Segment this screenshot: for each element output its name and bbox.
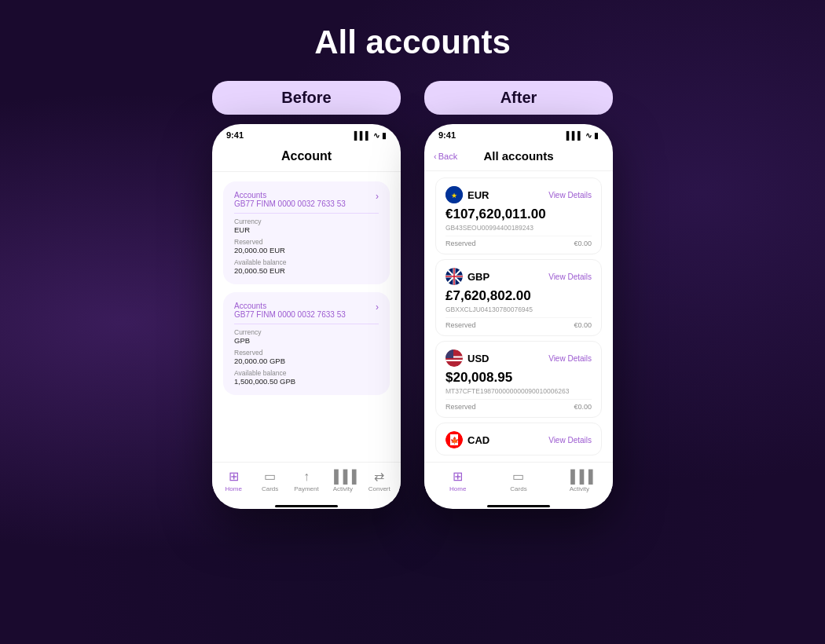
before-status-icons: ▌▌▌ ∿ ▮ bbox=[354, 131, 387, 140]
balance-label-2: Available balance bbox=[234, 369, 379, 377]
nav-activity-label: Activity bbox=[333, 485, 353, 492]
payment-icon: ↑ bbox=[303, 470, 310, 484]
nav-home-label: Home bbox=[226, 485, 242, 492]
after-bottom-nav: ⊞ Home ▭ Cards ▐▐▐ Activity bbox=[424, 462, 613, 502]
before-screen-header: Account bbox=[212, 143, 401, 172]
after-nav-activity[interactable]: ▐▐▐ Activity bbox=[565, 470, 593, 492]
gbp-amount: £7,620,802.00 bbox=[446, 288, 592, 304]
svg-text:★: ★ bbox=[451, 192, 457, 199]
usd-card: USD View Details $20,008.95 MT37CFTE1987… bbox=[435, 341, 602, 418]
after-screen-header: ‹ Back All accounts bbox=[424, 143, 613, 171]
eur-reserved-label: Reserved bbox=[446, 240, 476, 247]
account-card-1-header: Accounts GB77 FINM 0000 0032 7633 53 › bbox=[234, 191, 379, 214]
currency-value-2: GPB bbox=[234, 336, 379, 345]
nav-activity[interactable]: ▐▐▐ Activity bbox=[328, 470, 357, 492]
eur-amount: €107,620,011.00 bbox=[446, 207, 592, 222]
before-content: Accounts GB77 FINM 0000 0032 7633 53 › C… bbox=[212, 172, 401, 462]
usd-reserved-value: €0.00 bbox=[574, 403, 592, 411]
after-content: ★ EUR View Details €107,620,011.00 GB43S… bbox=[424, 171, 613, 462]
reserved-label-1: Reserved bbox=[234, 238, 379, 246]
nav-home[interactable]: ⊞ Home bbox=[219, 469, 248, 492]
activity-icon: ▐▐▐ bbox=[329, 470, 356, 484]
page-title: All accounts bbox=[314, 24, 511, 61]
eur-card-header: ★ EUR View Details bbox=[446, 186, 592, 203]
after-nav-cards[interactable]: ▭ Cards bbox=[504, 469, 533, 492]
after-nav-activity-label: Activity bbox=[570, 485, 589, 492]
balance-field-1: Available balance 20,000.50 EUR bbox=[234, 258, 379, 275]
after-nav-home-label: Home bbox=[449, 485, 466, 492]
cad-card-left: 🍁 CAD bbox=[446, 431, 490, 448]
chevron-right-icon-2[interactable]: › bbox=[376, 302, 379, 313]
after-cards-icon: ▭ bbox=[512, 469, 524, 484]
eur-reserved-value: €0.00 bbox=[574, 240, 592, 247]
usd-card-left: USD bbox=[446, 349, 489, 367]
before-label: Before bbox=[212, 81, 401, 115]
usd-reserved: Reserved €0.00 bbox=[446, 399, 592, 411]
reserved-field-1: Reserved 20,000.00 EUR bbox=[234, 238, 379, 254]
usd-view-details[interactable]: View Details bbox=[548, 354, 592, 363]
reserved-field-2: Reserved 20,000.00 GPB bbox=[234, 349, 379, 365]
account-iban-1: GB77 FINM 0000 0032 7633 53 bbox=[234, 199, 346, 208]
nav-convert[interactable]: ⇄ Convert bbox=[365, 469, 394, 492]
wifi-icon: ∿ bbox=[373, 131, 380, 140]
after-wifi-icon: ∿ bbox=[585, 131, 592, 140]
comparison-row: Before 9:41 ▌▌▌ ∿ ▮ Account bbox=[212, 81, 613, 509]
after-column: After 9:41 ▌▌▌ ∿ ▮ ‹ Back All accounts bbox=[424, 81, 613, 509]
usd-amount: $20,008.95 bbox=[446, 370, 592, 386]
currency-label-2: Currency bbox=[234, 328, 379, 336]
balance-value-2: 1,500,000.50 GPB bbox=[234, 377, 379, 386]
account-card-1: Accounts GB77 FINM 0000 0032 7633 53 › C… bbox=[223, 181, 390, 284]
gbp-card: GBP View Details £7,620,802.00 GBXXCLJU0… bbox=[435, 259, 602, 336]
cad-flag: 🍁 bbox=[446, 431, 463, 448]
currency-label-1: Currency bbox=[234, 218, 379, 225]
svg-rect-12 bbox=[446, 349, 453, 358]
after-time: 9:41 bbox=[438, 130, 456, 140]
balance-field-2: Available balance 1,500,000.50 GPB bbox=[234, 369, 379, 386]
account-card-2: Accounts GB77 FINM 0000 0032 7633 53 › C… bbox=[223, 292, 390, 395]
account-iban-2: GB77 FINM 0000 0032 7633 53 bbox=[234, 310, 346, 319]
after-home-icon: ⊞ bbox=[453, 469, 463, 484]
usd-flag bbox=[446, 349, 463, 367]
eur-card: ★ EUR View Details €107,620,011.00 GB43S… bbox=[435, 177, 602, 254]
after-status-icons: ▌▌▌ ∿ ▮ bbox=[566, 131, 599, 140]
balance-label-1: Available balance bbox=[234, 258, 379, 266]
nav-payment-label: Payment bbox=[294, 485, 319, 492]
nav-payment[interactable]: ↑ Payment bbox=[292, 470, 321, 492]
usd-reserved-label: Reserved bbox=[446, 403, 476, 411]
cad-view-details[interactable]: View Details bbox=[548, 436, 592, 445]
account-label-1: Accounts bbox=[234, 191, 346, 199]
after-nav-home[interactable]: ⊞ Home bbox=[444, 469, 472, 492]
account-card-2-header: Accounts GB77 FINM 0000 0032 7633 53 › bbox=[234, 302, 379, 324]
before-phone: 9:41 ▌▌▌ ∿ ▮ Account Accounts GB77 FI bbox=[212, 124, 401, 509]
chevron-left-icon: ‹ bbox=[434, 152, 437, 161]
account-card-1-info: Accounts GB77 FINM 0000 0032 7633 53 bbox=[234, 191, 346, 208]
account-card-2-info: Accounts GB77 FINM 0000 0032 7633 53 bbox=[234, 302, 346, 319]
gbp-view-details[interactable]: View Details bbox=[548, 273, 592, 281]
before-time: 9:41 bbox=[226, 130, 244, 140]
before-status-bar: 9:41 ▌▌▌ ∿ ▮ bbox=[212, 124, 401, 143]
after-status-bar: 9:41 ▌▌▌ ∿ ▮ bbox=[424, 124, 613, 143]
gbp-reserved-label: Reserved bbox=[446, 321, 476, 329]
svg-rect-11 bbox=[446, 360, 463, 361]
chevron-right-icon-1[interactable]: › bbox=[376, 191, 379, 202]
usd-card-header: USD View Details bbox=[446, 349, 592, 367]
after-signal-icon: ▌▌▌ bbox=[566, 131, 583, 140]
after-screen-title: All accounts bbox=[483, 149, 553, 163]
nav-cards[interactable]: ▭ Cards bbox=[256, 469, 284, 492]
after-home-indicator bbox=[487, 505, 550, 507]
usd-iban: MT37CFTE198700000000090010006263 bbox=[446, 387, 592, 395]
gbp-card-header: GBP View Details bbox=[446, 268, 592, 285]
home-indicator bbox=[275, 505, 338, 507]
after-nav-cards-label: Cards bbox=[510, 485, 526, 492]
gbp-card-left: GBP bbox=[446, 268, 490, 285]
currency-value-1: EUR bbox=[234, 225, 379, 234]
eur-iban: GB43SEOU00994400189243 bbox=[446, 224, 592, 232]
back-button[interactable]: ‹ Back bbox=[434, 152, 457, 161]
home-icon: ⊞ bbox=[229, 469, 239, 484]
gbp-flag bbox=[446, 268, 463, 285]
before-bottom-nav: ⊞ Home ▭ Cards ↑ Payment ▐▐▐ Activity bbox=[212, 462, 401, 502]
nav-convert-label: Convert bbox=[368, 485, 390, 492]
cad-code: CAD bbox=[468, 434, 490, 446]
cards-icon: ▭ bbox=[264, 469, 276, 484]
eur-view-details[interactable]: View Details bbox=[548, 191, 592, 199]
